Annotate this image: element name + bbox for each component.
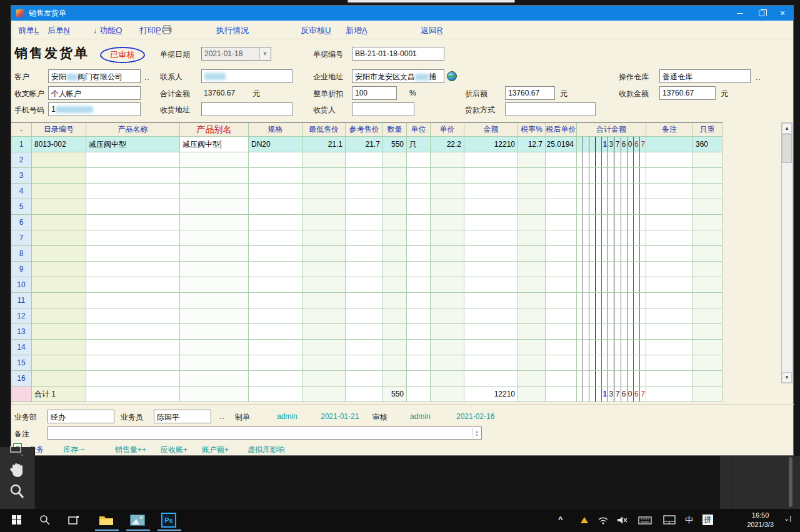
grid-total-cell[interactable] (180, 387, 249, 402)
grid-cell[interactable] (249, 152, 302, 168)
row-number-cell[interactable]: 2 (11, 152, 32, 168)
grid-cell[interactable] (32, 371, 86, 387)
bottom-tab-账户额+[interactable]: 账户额+ (202, 445, 229, 455)
grid-cell[interactable] (464, 371, 518, 387)
row-number-cell[interactable]: 5 (11, 199, 32, 215)
grid-cell[interactable] (431, 168, 464, 184)
grid-cell[interactable] (693, 277, 722, 293)
grid-cell[interactable] (518, 199, 546, 215)
grid-cell[interactable] (546, 308, 577, 324)
grid-cell[interactable] (180, 168, 249, 184)
grid-cell[interactable] (86, 340, 180, 355)
grid-cell[interactable] (464, 215, 518, 230)
grid-cell[interactable] (302, 262, 346, 277)
grid-cell[interactable] (302, 277, 346, 293)
close-button[interactable]: × (772, 6, 793, 21)
dept-field[interactable]: 经办 (48, 410, 114, 423)
grid-cell[interactable] (431, 277, 464, 293)
grid-cell[interactable] (646, 293, 693, 308)
grid-cell[interactable] (518, 168, 546, 184)
grid-total-cell[interactable] (11, 387, 32, 402)
grid-total-cell[interactable] (646, 387, 693, 402)
grid-cell[interactable] (86, 168, 180, 184)
grid-cell[interactable] (646, 324, 693, 340)
grid-cell[interactable] (577, 230, 646, 246)
grid-header-cell[interactable]: 单价 (431, 123, 464, 137)
payment-method-field[interactable] (505, 102, 596, 116)
bottom-tab-虚拟库影响[interactable]: 虚拟库影响 (248, 445, 285, 455)
grid-cell[interactable] (546, 262, 577, 277)
grid-cell[interactable] (32, 199, 86, 215)
toolbar-item[interactable]: 新增A (346, 25, 368, 36)
grid-cell[interactable] (577, 215, 646, 230)
grid-cell[interactable] (180, 184, 249, 199)
grid-cell[interactable]: 1376067 (577, 137, 646, 152)
grid-cell[interactable] (546, 355, 577, 371)
grid-cell[interactable] (693, 308, 722, 324)
grid-cell[interactable] (249, 293, 302, 308)
grid-cell[interactable] (407, 168, 431, 184)
grid-cell[interactable] (518, 184, 546, 199)
grid-cell[interactable] (346, 340, 383, 355)
grid-cell[interactable] (249, 230, 302, 246)
grid-cell[interactable] (383, 262, 407, 277)
scrollbar-thumb[interactable] (782, 134, 792, 163)
grid-cell[interactable] (383, 230, 407, 246)
photoshop-icon[interactable]: Ps (155, 509, 182, 531)
network-warning-icon[interactable] (574, 509, 595, 531)
grid-cell[interactable] (180, 246, 249, 262)
grid-cell[interactable] (646, 355, 693, 371)
grid-cell[interactable] (180, 324, 249, 340)
ime-mode-indicator[interactable]: 中 (685, 515, 693, 526)
grid-cell[interactable] (383, 324, 407, 340)
grid-cell[interactable] (86, 324, 180, 340)
grid-cell[interactable] (693, 293, 722, 308)
grid-cell[interactable] (518, 293, 546, 308)
row-number-cell[interactable]: 6 (11, 215, 32, 230)
grid-cell[interactable] (383, 371, 407, 387)
start-button[interactable] (2, 509, 30, 531)
grid-cell[interactable] (249, 215, 302, 230)
grid-cell[interactable] (180, 293, 249, 308)
grid-cell[interactable] (180, 308, 249, 324)
grid-header-cell[interactable]: 最低售价 (302, 123, 346, 137)
grid-cell[interactable] (407, 230, 431, 246)
grid-cell[interactable] (249, 324, 302, 340)
grid-cell[interactable] (518, 215, 546, 230)
grid-cell[interactable] (464, 168, 518, 184)
grid-cell[interactable] (518, 340, 546, 355)
bottom-tab-销售量++[interactable]: 销售量++ (115, 445, 146, 455)
grid-cell[interactable] (646, 340, 693, 355)
toolbar-item[interactable]: 后单N (48, 25, 69, 36)
bill-no-field[interactable]: BB-21-01-18-0001 (352, 47, 444, 61)
grid-cell[interactable] (693, 230, 722, 246)
grid-cell[interactable] (693, 184, 722, 199)
grid-cell[interactable] (693, 168, 722, 184)
grid-cell[interactable] (86, 184, 180, 199)
remark-field[interactable]: ▲▼ (48, 426, 482, 440)
grid-cell[interactable] (431, 246, 464, 262)
grid-cell[interactable] (546, 230, 577, 246)
discount-field[interactable]: 100 (352, 86, 397, 100)
grid-cell[interactable] (32, 184, 86, 199)
grid-cell[interactable] (693, 246, 722, 262)
file-explorer-icon[interactable] (92, 509, 120, 531)
grid-header-cell[interactable]: 金额 (464, 123, 518, 137)
grid-cell[interactable] (646, 230, 693, 246)
printer-icon[interactable] (162, 25, 172, 36)
grid-cell[interactable] (32, 293, 86, 308)
salesman-field[interactable]: 陈国平 (154, 410, 211, 423)
grid-cell[interactable] (407, 293, 431, 308)
grid-cell[interactable] (693, 371, 722, 387)
grid-cell[interactable] (546, 324, 577, 340)
grid-cell[interactable] (518, 277, 546, 293)
grid-cell[interactable] (32, 262, 86, 277)
grid-cell[interactable] (646, 262, 693, 277)
grid-cell[interactable] (646, 246, 693, 262)
crop-tool-icon[interactable] (9, 446, 22, 458)
row-number-cell[interactable]: 8 (11, 246, 32, 262)
grid-cell[interactable] (546, 199, 577, 215)
grid-cell[interactable] (464, 340, 518, 355)
grid-cell[interactable] (180, 152, 249, 168)
ps-panel-scrollbar[interactable] (789, 457, 792, 507)
